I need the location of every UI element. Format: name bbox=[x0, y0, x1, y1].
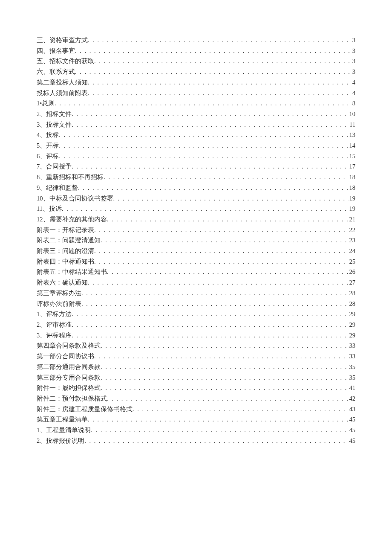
toc-page-number: 4 bbox=[352, 77, 355, 88]
toc-page-number: 4 bbox=[352, 88, 355, 99]
toc-page-number: 41 bbox=[349, 383, 356, 393]
toc-leader-dots bbox=[72, 309, 348, 320]
toc-entry: 4、投标13 bbox=[37, 130, 355, 140]
toc-leader-dots bbox=[88, 77, 352, 88]
toc-label: 六、联系方式 bbox=[37, 67, 75, 77]
toc-entry: 第三部分专用合同条款35 bbox=[37, 372, 355, 383]
toc-entry: 第二章投标人须知4 bbox=[37, 77, 355, 88]
toc-entry: 第二部分通用合同条款35 bbox=[37, 362, 355, 372]
toc-entry: 3、评标程序29 bbox=[37, 330, 355, 341]
toc-label: 评标办法前附表 bbox=[37, 299, 81, 309]
toc-entry: 附表六：确认通知27 bbox=[37, 277, 355, 288]
toc-leader-dots bbox=[94, 225, 349, 235]
toc-page-number: 42 bbox=[349, 393, 356, 404]
toc-label: 10、中标及合同协议书签署 bbox=[37, 193, 113, 204]
toc-leader-dots bbox=[72, 320, 348, 330]
toc-page-number: 26 bbox=[349, 267, 356, 277]
toc-leader-dots bbox=[75, 67, 352, 77]
toc-entry: 1、工程量清单说明45 bbox=[37, 425, 355, 436]
toc-label: 附表五：中标结果通知书 bbox=[37, 267, 107, 277]
toc-page-number: 25 bbox=[349, 256, 356, 267]
toc-label: 2、投标报价说明 bbox=[37, 436, 84, 446]
toc-label: 附表三：问题的澄清 bbox=[37, 246, 94, 256]
toc-page-number: 43 bbox=[349, 404, 356, 415]
toc-leader-dots bbox=[101, 372, 349, 383]
toc-leader-dots bbox=[88, 414, 349, 425]
toc-page-number: 19 bbox=[349, 203, 356, 214]
toc-label: 2、招标文件 bbox=[37, 109, 72, 119]
toc-leader-dots bbox=[72, 109, 348, 119]
toc-entry: 六、联系方式3 bbox=[37, 67, 355, 77]
table-of-contents: 三、资格审查方式3四、报名事宜3五、招标文件的获取3六、联系方式3第二章投标人须… bbox=[37, 35, 355, 446]
toc-entry: 2、投标报价说明45 bbox=[37, 436, 355, 446]
toc-label: 5、开标 bbox=[37, 140, 59, 151]
toc-page-number: 17 bbox=[349, 161, 356, 172]
toc-page-number: 35 bbox=[349, 372, 356, 383]
toc-leader-dots bbox=[72, 119, 349, 130]
toc-leader-dots bbox=[72, 330, 348, 341]
toc-label: 2、评审标准 bbox=[37, 320, 72, 330]
toc-entry: 第五章工程量清单45 bbox=[37, 414, 355, 425]
toc-entry: 6、评标15 bbox=[37, 151, 355, 162]
toc-label: 投标人须知前附表 bbox=[37, 88, 88, 99]
toc-leader-dots bbox=[94, 256, 349, 267]
toc-page-number: 8 bbox=[352, 98, 355, 109]
toc-page-number: 14 bbox=[349, 140, 356, 151]
toc-entry: 5、开标14 bbox=[37, 140, 355, 151]
toc-page-number: 45 bbox=[349, 414, 356, 425]
toc-page-number: 35 bbox=[349, 362, 356, 372]
toc-label: 附表二：问题澄清通知 bbox=[37, 235, 101, 246]
toc-entry: 附表二：问题澄清通知23 bbox=[37, 235, 355, 246]
toc-leader-dots bbox=[94, 56, 352, 67]
toc-entry: 9、纪律和监督18 bbox=[37, 183, 355, 193]
toc-label: 附件三：房建工程质量保修书格式 bbox=[37, 404, 133, 415]
toc-entry: 7、合同授予17 bbox=[37, 161, 355, 172]
toc-entry: 五、招标文件的获取3 bbox=[37, 56, 355, 67]
toc-entry: 附件三：房建工程质量保修书格式43 bbox=[37, 404, 355, 415]
toc-leader-dots bbox=[78, 183, 348, 193]
toc-leader-dots bbox=[101, 362, 349, 372]
toc-page-number: 10 bbox=[349, 109, 356, 119]
toc-label: 8、重新招标和不再招标 bbox=[37, 172, 104, 183]
toc-page-number: 45 bbox=[349, 436, 356, 446]
toc-leader-dots bbox=[88, 277, 349, 288]
toc-label: 四、报名事宜 bbox=[37, 46, 75, 56]
toc-page-number: 15 bbox=[349, 151, 356, 162]
toc-leader-dots bbox=[81, 299, 349, 309]
toc-label: 附表四：中标通知书 bbox=[37, 256, 94, 267]
toc-label: 第三部分专用合同条款 bbox=[37, 372, 101, 383]
toc-page-number: 21 bbox=[349, 214, 356, 225]
toc-label: 3、评标程序 bbox=[37, 330, 72, 341]
toc-entry: 3、投标文件11 bbox=[37, 119, 355, 130]
toc-leader-dots bbox=[101, 235, 349, 246]
toc-entry: 投标人须知前附表4 bbox=[37, 88, 355, 99]
toc-page-number: 27 bbox=[349, 277, 356, 288]
toc-label: 五、招标文件的获取 bbox=[37, 56, 94, 67]
toc-page-number: 18 bbox=[349, 183, 356, 193]
toc-page-number: 22 bbox=[349, 225, 356, 235]
toc-entry: 2、招标文件10 bbox=[37, 109, 355, 119]
toc-page-number: 24 bbox=[349, 246, 356, 256]
toc-leader-dots bbox=[104, 172, 348, 183]
toc-leader-dots bbox=[94, 246, 349, 256]
toc-page-number: 3 bbox=[352, 67, 355, 77]
toc-leader-dots bbox=[113, 193, 349, 204]
toc-leader-dots bbox=[72, 161, 348, 172]
toc-label: 第五章工程量清单 bbox=[37, 414, 88, 425]
toc-label: 7、合同授予 bbox=[37, 161, 72, 172]
toc-leader-dots bbox=[107, 214, 349, 225]
toc-leader-dots bbox=[59, 151, 348, 162]
toc-label: 1、评标方法 bbox=[37, 309, 72, 320]
toc-label: 1•总则 bbox=[37, 98, 55, 109]
toc-page-number: 19 bbox=[349, 193, 356, 204]
toc-entry: 10、中标及合同协议书签署19 bbox=[37, 193, 355, 204]
toc-label: 附表六：确认通知 bbox=[37, 277, 88, 288]
toc-entry: 2、评审标准29 bbox=[37, 320, 355, 330]
toc-leader-dots bbox=[101, 383, 349, 393]
toc-page-number: 3 bbox=[352, 46, 355, 56]
toc-entry: 四、报名事宜3 bbox=[37, 46, 355, 56]
toc-page-number: 3 bbox=[352, 35, 355, 46]
toc-leader-dots bbox=[88, 35, 352, 46]
toc-label: 6、评标 bbox=[37, 151, 59, 162]
toc-leader-dots bbox=[84, 436, 348, 446]
